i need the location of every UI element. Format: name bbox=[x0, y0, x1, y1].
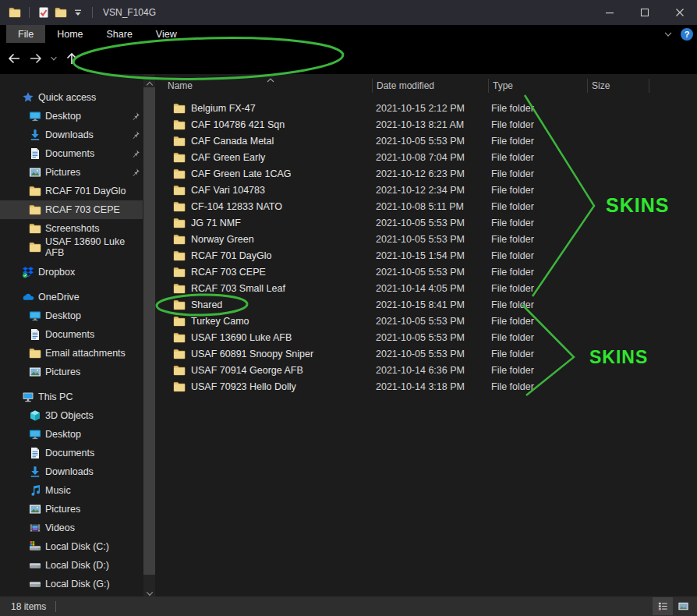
file-date-modified: 2021-10-08 7:04 PM bbox=[372, 152, 488, 163]
sidebar-item-dropbox[interactable]: Dropbox bbox=[0, 263, 143, 281]
file-row-norway-green[interactable]: Norway Green2021-10-05 5:53 PMFile folde… bbox=[155, 231, 697, 247]
sidebar-item-label: Downloads bbox=[45, 129, 94, 140]
details-view-button[interactable] bbox=[653, 597, 673, 615]
folder-icon bbox=[173, 282, 186, 295]
forward-button[interactable] bbox=[27, 49, 45, 68]
folder-icon bbox=[173, 151, 186, 164]
sidebar-item-local-disk-c[interactable]: Local Disk (C:) bbox=[0, 537, 143, 556]
scroll-up-icon[interactable] bbox=[146, 78, 154, 83]
file-type: File folder bbox=[488, 234, 587, 245]
column-header-row: NameDate modifiedTypeSize bbox=[155, 77, 697, 94]
pin-icon bbox=[131, 112, 140, 121]
sidebar-item-desktop[interactable]: Desktop bbox=[0, 107, 143, 126]
thispc-icon bbox=[22, 391, 34, 403]
sidebar-item-rcaf-703-cepe[interactable]: RCAF 703 CEPE bbox=[0, 200, 143, 219]
file-row-rcaf-703-cepe[interactable]: RCAF 703 CEPE2021-10-05 5:53 PMFile fold… bbox=[155, 264, 697, 280]
maximize-button[interactable] bbox=[627, 0, 662, 25]
thumbnails-view-button[interactable] bbox=[673, 597, 693, 615]
qat-properties-button[interactable] bbox=[35, 4, 52, 21]
maximize-icon bbox=[639, 6, 651, 19]
help-button[interactable]: ? bbox=[680, 27, 694, 41]
file-name: Turkey Camo bbox=[191, 316, 249, 327]
file-name: CF-104 12833 NATO bbox=[191, 201, 282, 212]
sidebar-item-documents[interactable]: Documents bbox=[0, 144, 143, 163]
sidebar-item-3d-objects[interactable]: 3D Objects bbox=[0, 406, 143, 425]
desktop-icon bbox=[29, 428, 41, 441]
videos-icon bbox=[29, 522, 41, 534]
column-header-date-modified[interactable]: Date modified bbox=[372, 80, 488, 91]
file-row-cf-104-12833-nato[interactable]: CF-104 12833 NATO2021-10-08 5:11 PMFile … bbox=[155, 198, 697, 214]
qat-newfolder-button[interactable] bbox=[52, 4, 69, 21]
file-row-usaf-13690-luke-afb[interactable]: USAF 13690 Luke AFB2021-10-05 5:53 PMFil… bbox=[155, 329, 697, 345]
column-header-size[interactable]: Size bbox=[587, 80, 649, 91]
file-row-belgium-fx-47[interactable]: Belgium FX-472021-10-15 2:12 PMFile fold… bbox=[155, 100, 697, 116]
sidebar-item-pictures[interactable]: Pictures bbox=[0, 363, 143, 381]
sidebar-item-music[interactable]: Music bbox=[0, 481, 143, 500]
tab-view[interactable]: View bbox=[144, 25, 189, 43]
up-button[interactable] bbox=[62, 49, 81, 68]
file-row-usaf-60891-snoopy-sniper[interactable]: USAF 60891 Snoopy Sniper2021-10-05 5:53 … bbox=[155, 345, 697, 362]
tab-file[interactable]: File bbox=[6, 25, 45, 43]
column-header-name[interactable]: Name bbox=[155, 80, 372, 91]
back-button[interactable] bbox=[5, 49, 23, 68]
sidebar-item-label: Local Disk (G:) bbox=[45, 579, 110, 589]
sidebar-item-documents[interactable]: Documents bbox=[0, 325, 143, 344]
folder-icon bbox=[173, 315, 186, 327]
file-row-caf-canada-metal[interactable]: CAF Canada Metal2021-10-05 5:53 PMFile f… bbox=[155, 133, 697, 149]
sidebar-item-usaf-13690-luke-afb[interactable]: USAF 13690 Luke AFB bbox=[0, 238, 143, 257]
sidebar-item-local-disk-d[interactable]: Local Disk (D:) bbox=[0, 556, 143, 575]
file-type: File folder bbox=[488, 201, 587, 212]
downloads-icon bbox=[29, 129, 41, 141]
scrollbar-thumb[interactable] bbox=[143, 87, 155, 575]
qat-customize-button[interactable] bbox=[69, 4, 87, 21]
file-row-usaf-70914-george-afb[interactable]: USAF 70914 George AFB2021-10-14 6:36 PMF… bbox=[155, 362, 697, 378]
sidebar-item-email-attachments[interactable]: Email attachments bbox=[0, 344, 143, 363]
sidebar-item-local-disk-g[interactable]: Local Disk (G:) bbox=[0, 575, 143, 593]
file-row-caf-104786-421-sqn[interactable]: CAF 104786 421 Sqn2021-10-13 8:21 AMFile… bbox=[155, 116, 697, 133]
close-button[interactable] bbox=[662, 0, 697, 25]
file-row-usaf-70923-hello-dolly[interactable]: USAF 70923 Hello Dolly2021-10-14 3:18 PM… bbox=[155, 378, 697, 395]
sidebar-item-onedrive[interactable]: OneDrive bbox=[0, 288, 143, 306]
file-name: CAF Green Late 1CAG bbox=[191, 168, 292, 179]
column-header-type[interactable]: Type bbox=[488, 80, 587, 91]
sidebar-item-screenshots[interactable]: Screenshots bbox=[0, 219, 143, 238]
address-bar: « Saved Games›DCS›Liveries›VSN_F104G› bbox=[0, 43, 697, 74]
file-type: File folder bbox=[488, 283, 587, 294]
sidebar-item-quick-access[interactable]: Quick access bbox=[0, 88, 143, 107]
file-name: Shared bbox=[191, 299, 222, 310]
recent-locations-button[interactable] bbox=[47, 49, 61, 68]
file-row-caf-green-late-1cag[interactable]: CAF Green Late 1CAG2021-10-12 6:23 PMFil… bbox=[155, 165, 697, 182]
file-row-turkey-camo[interactable]: Turkey Camo2021-10-05 5:53 PMFile folder bbox=[155, 313, 697, 329]
sidebar-item-videos[interactable]: Videos bbox=[0, 519, 143, 537]
file-row-caf-vari-104783[interactable]: CAF Vari 1047832021-10-12 2:34 PMFile fo… bbox=[155, 182, 697, 198]
sidebar-item-desktop[interactable]: Desktop bbox=[0, 425, 143, 444]
sidebar-item-label: Pictures bbox=[45, 366, 80, 377]
file-row-jg-71-nmf[interactable]: JG 71 NMF2021-10-05 5:53 PMFile folder bbox=[155, 214, 697, 231]
sidebar-item-desktop[interactable]: Desktop bbox=[0, 306, 143, 325]
sidebar-item-downloads[interactable]: Downloads bbox=[0, 126, 143, 144]
minimize-button[interactable] bbox=[592, 0, 627, 25]
file-row-rcaf-701-dayglo[interactable]: RCAF 701 DayGlo2021-10-15 1:54 PMFile fo… bbox=[155, 247, 697, 264]
scroll-down-icon[interactable] bbox=[146, 588, 154, 593]
file-name: RCAF 701 DayGlo bbox=[191, 250, 272, 261]
file-row-caf-green-early[interactable]: CAF Green Early2021-10-08 7:04 PMFile fo… bbox=[155, 149, 697, 165]
file-row-shared[interactable]: Shared2021-10-15 8:41 PMFile folder bbox=[155, 296, 697, 313]
expand-ribbon-button[interactable] bbox=[663, 29, 674, 40]
sidebar-item-this-pc[interactable]: This PC bbox=[0, 388, 143, 406]
sidebar-item-pictures[interactable]: Pictures bbox=[0, 500, 143, 519]
nav-pane-scrollbar[interactable] bbox=[143, 74, 155, 597]
file-date-modified: 2021-10-05 5:53 PM bbox=[372, 136, 488, 147]
folder-icon bbox=[29, 241, 41, 253]
file-date-modified: 2021-10-14 6:36 PM bbox=[372, 365, 488, 376]
pictures-icon bbox=[29, 366, 41, 378]
tab-home[interactable]: Home bbox=[45, 25, 94, 43]
file-type: File folder bbox=[488, 168, 587, 179]
sidebar-item-rcaf-701-dayglo[interactable]: RCAF 701 DayGlo bbox=[0, 182, 143, 200]
sidebar-item-documents[interactable]: Documents bbox=[0, 444, 143, 462]
tab-share[interactable]: Share bbox=[95, 25, 144, 43]
sidebar-item-pictures[interactable]: Pictures bbox=[0, 163, 143, 182]
file-date-modified: 2021-10-05 5:53 PM bbox=[372, 218, 488, 228]
sidebar-item-downloads[interactable]: Downloads bbox=[0, 462, 143, 481]
file-row-rcaf-703-small-leaf[interactable]: RCAF 703 Small Leaf2021-10-14 4:05 PMFil… bbox=[155, 280, 697, 296]
pin-icon bbox=[131, 168, 140, 177]
